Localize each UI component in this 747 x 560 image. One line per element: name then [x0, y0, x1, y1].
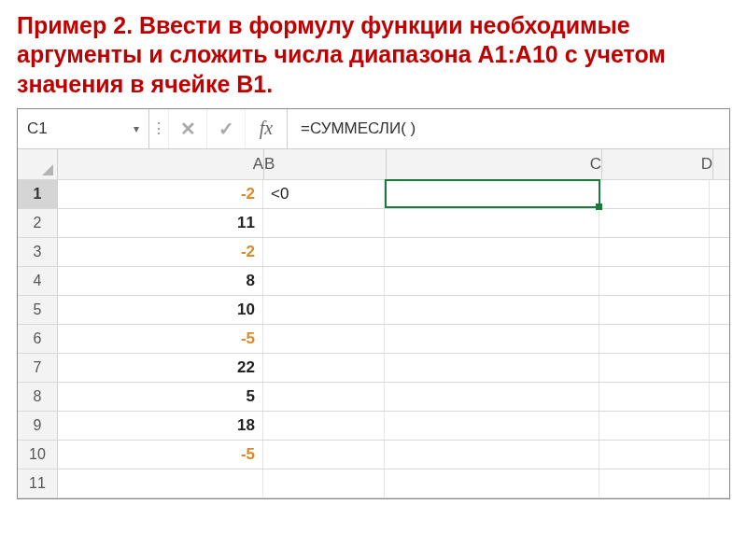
row-header-11[interactable]: 11 [18, 469, 58, 497]
cell-D6[interactable] [599, 325, 710, 353]
select-all-corner[interactable] [18, 149, 58, 179]
row-header-7[interactable]: 7 [18, 354, 58, 382]
name-box-value: C1 [27, 119, 48, 138]
fx-icon: fx [260, 118, 273, 139]
row-header-8[interactable]: 8 [18, 383, 58, 411]
cell-A2[interactable]: 11 [58, 209, 263, 237]
cell-A3[interactable]: -2 [58, 238, 263, 266]
cell-C2[interactable] [385, 209, 599, 237]
cell-C7[interactable] [385, 354, 599, 382]
formula-input[interactable]: =СУММЕСЛИ( ) [288, 109, 729, 148]
table-row: 4 8 [18, 267, 729, 296]
cell-C6[interactable] [385, 325, 599, 353]
cell-B9[interactable] [263, 412, 385, 440]
cell-D10[interactable] [599, 441, 710, 469]
table-row: 5 10 [18, 296, 729, 325]
cell-C9[interactable] [385, 412, 599, 440]
cell-B1[interactable]: <0 [263, 180, 385, 208]
table-row: 1 -2 <0 [18, 180, 729, 209]
table-row: 2 11 [18, 209, 729, 238]
spreadsheet-grid[interactable]: A B C D 1 -2 <0 2 11 3 [18, 149, 729, 498]
cell-D5[interactable] [599, 296, 710, 324]
cell-D3[interactable] [599, 238, 710, 266]
close-icon: ✕ [180, 118, 196, 140]
table-row: 6 -5 [18, 325, 729, 354]
table-row: 11 [18, 469, 729, 498]
cell-B5[interactable] [263, 296, 385, 324]
cell-B3[interactable] [263, 238, 385, 266]
cell-D1[interactable] [599, 180, 710, 208]
cell-A8[interactable]: 5 [58, 383, 263, 411]
column-header-row: A B C D [18, 149, 729, 180]
cell-A7[interactable]: 22 [58, 354, 263, 382]
cell-C1[interactable] [385, 180, 599, 208]
column-header-A[interactable]: A [58, 149, 264, 179]
cancel-formula-button[interactable]: ✕ [169, 109, 207, 148]
row-header-6[interactable]: 6 [18, 325, 58, 353]
table-row: 10 -5 [18, 441, 729, 469]
formula-text: =СУММЕСЛИ( ) [301, 119, 416, 138]
cell-D11[interactable] [599, 469, 710, 497]
cell-A6[interactable]: -5 [58, 325, 263, 353]
column-header-C[interactable]: C [387, 149, 602, 179]
cell-C3[interactable] [385, 238, 599, 266]
table-row: 8 5 [18, 383, 729, 412]
cell-B4[interactable] [263, 267, 385, 295]
cell-C5[interactable] [385, 296, 599, 324]
cell-C8[interactable] [385, 383, 599, 411]
check-icon: ✓ [218, 118, 234, 140]
cell-A5[interactable]: 10 [58, 296, 263, 324]
name-box-dropdown-icon[interactable]: ▾ [134, 122, 139, 135]
instruction-text: Пример 2. Ввести в формулу функции необх… [17, 11, 730, 99]
cell-D8[interactable] [599, 383, 710, 411]
row-header-1[interactable]: 1 [18, 180, 58, 208]
insert-function-button[interactable]: fx [246, 109, 288, 148]
cell-D2[interactable] [599, 209, 710, 237]
cell-C11[interactable] [385, 469, 599, 497]
row-header-5[interactable]: 5 [18, 296, 58, 324]
row-header-3[interactable]: 3 [18, 238, 58, 266]
row-header-4[interactable]: 4 [18, 267, 58, 295]
excel-window: C1 ▾ ⋮ ✕ ✓ fx =СУММЕСЛИ( ) [17, 108, 730, 499]
name-box[interactable]: C1 ▾ [18, 109, 149, 148]
cell-B2[interactable] [263, 209, 385, 237]
cell-C10[interactable] [385, 441, 599, 469]
cell-A10[interactable]: -5 [58, 441, 263, 469]
formula-bar-separator: ⋮ [149, 109, 169, 148]
column-header-B[interactable]: B [264, 149, 387, 179]
cell-D7[interactable] [599, 354, 710, 382]
row-header-2[interactable]: 2 [18, 209, 58, 237]
cell-A1[interactable]: -2 [58, 180, 263, 208]
table-row: 3 -2 [18, 238, 729, 267]
formula-bar: C1 ▾ ⋮ ✕ ✓ fx =СУММЕСЛИ( ) [18, 109, 729, 149]
cell-B8[interactable] [263, 383, 385, 411]
cell-D9[interactable] [599, 412, 710, 440]
cell-B11[interactable] [263, 469, 385, 497]
cell-B7[interactable] [263, 354, 385, 382]
row-header-9[interactable]: 9 [18, 412, 58, 440]
table-row: 7 22 [18, 354, 729, 383]
cell-B10[interactable] [263, 441, 385, 469]
table-row: 9 18 [18, 412, 729, 441]
row-header-10[interactable]: 10 [18, 441, 58, 469]
cell-A4[interactable]: 8 [58, 267, 263, 295]
cell-A11[interactable] [58, 469, 263, 497]
cell-C4[interactable] [385, 267, 599, 295]
column-header-D[interactable]: D [602, 149, 713, 179]
cell-D4[interactable] [599, 267, 710, 295]
cell-B6[interactable] [263, 325, 385, 353]
accept-formula-button[interactable]: ✓ [207, 109, 246, 148]
cell-A9[interactable]: 18 [58, 412, 263, 440]
